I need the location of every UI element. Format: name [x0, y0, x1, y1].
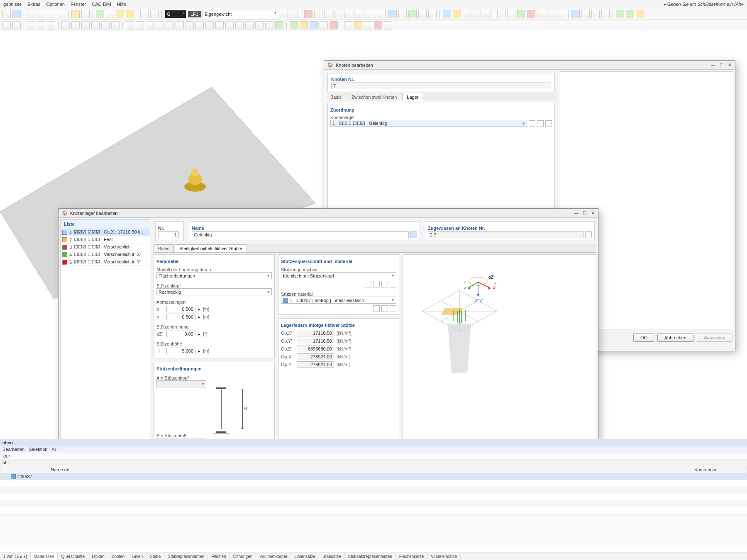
svg-text:Y': Y'	[464, 287, 467, 291]
bc-top-combo[interactable]	[156, 380, 206, 387]
app-icon: 🏠	[62, 210, 68, 216]
lib-icon[interactable]	[545, 120, 552, 127]
support-name[interactable]: Gelenkig	[192, 231, 409, 238]
node-nr-field[interactable]: 7	[331, 83, 551, 89]
toolbar-row-2	[0, 20, 747, 31]
node-tabs: Basis Zwischen zwei Knoten Lager	[326, 93, 557, 101]
bottom-tab[interactable]: Öffnungen	[230, 553, 256, 560]
bottom-tab[interactable]: Dicken	[88, 553, 108, 560]
svg-text:X': X'	[493, 286, 496, 290]
close-icon[interactable]: ✕	[728, 62, 732, 68]
support-list-item[interactable]: 5☑☐☑ ☐☐☑ | Verschieblich in Y'	[61, 258, 150, 266]
bottom-tab[interactable]: Volumenkörper	[256, 553, 291, 560]
tab-support-stiffness[interactable]: Steifigkeit mittels fiktiver Stütze	[175, 244, 247, 252]
height-input[interactable]: 5.000	[166, 348, 195, 354]
assigned-nodes[interactable]: 2,7	[428, 231, 583, 238]
support-list-item[interactable]: 4☐☑☑ ☐☐☑ | Verschieblich in X'	[61, 251, 150, 258]
svg-marker-22	[476, 294, 480, 297]
record-nav[interactable]: 1 von 15 ▸ ▸|	[0, 553, 31, 560]
pick-icon[interactable]	[585, 231, 592, 238]
bottom-tab[interactable]: Liniensätze	[291, 553, 320, 560]
keyword-search-hint[interactable]: ▸ Geben Sie ein Schlüsselwort ein (Alt+	[664, 2, 744, 7]
head-combo[interactable]: Rechteckig	[156, 288, 272, 295]
bottom-tab[interactable]: Flächensätze	[396, 553, 427, 560]
svg-marker-9	[441, 308, 463, 315]
bottom-tab[interactable]: Stäbe	[146, 553, 164, 560]
support-list-item[interactable]: 2☑☑☑ ☑☑☑ | Fest	[61, 236, 150, 243]
bottom-tabs: 1 von 15 ▸ ▸| MaterialienQuerschnitteDic…	[0, 553, 747, 560]
lf-combo[interactable]: Eigengewicht	[203, 10, 278, 18]
svg-marker-16	[449, 369, 470, 373]
minimize-icon[interactable]: —	[711, 62, 715, 68]
tab-between[interactable]: Zwischen zwei Knoten	[347, 93, 401, 101]
tab-basis[interactable]: Basis	[326, 93, 346, 101]
support-preview[interactable]: X' Y' Z=Z' αZ' X Y	[405, 265, 513, 373]
delete-icon[interactable]	[374, 21, 382, 29]
cs-combo[interactable]: Identisch mit Stützenkopf	[281, 272, 396, 279]
bottom-tab[interactable]: Linien	[128, 553, 146, 560]
support-list-item[interactable]: 3☐☐☑ ☐☐☑ | Verschieblich	[61, 243, 150, 251]
app-icon: 🏠	[327, 62, 333, 68]
svg-text:Y: Y	[464, 280, 466, 285]
bottom-tab[interactable]: Querschnitte	[58, 553, 88, 560]
model-combo[interactable]: Flächenbettungen	[156, 272, 272, 279]
minimize-icon[interactable]: —	[574, 210, 579, 216]
rot-input[interactable]: 0.00	[166, 331, 195, 337]
mat-combo[interactable]: 1 - C30/37 | Isotrop | Linear elastisch	[281, 297, 396, 304]
bottom-tab[interactable]: Materialien	[31, 553, 58, 560]
dlg-node-title: Knoten bearbeiten	[336, 63, 373, 68]
bottom-tab[interactable]: Stabsätze	[319, 553, 344, 560]
svg-point-3	[191, 169, 199, 176]
tab-support-basis[interactable]: Basis	[154, 244, 174, 252]
h-input[interactable]: 0.500	[166, 314, 195, 320]
svg-text:αZ': αZ'	[488, 275, 494, 280]
svg-marker-15	[448, 324, 471, 369]
lib-icon[interactable]	[373, 305, 380, 312]
support-nr[interactable]: 1	[158, 231, 179, 238]
data-grid[interactable]: alien BearbeitenSelektionAr ktur al Name…	[0, 439, 747, 547]
lib-icon[interactable]	[365, 281, 371, 287]
b-input[interactable]: 0.500	[166, 306, 195, 312]
lf-badge[interactable]: LF1	[188, 11, 201, 17]
bottom-tab[interactable]: Stabsatzrepräsentanten	[345, 553, 396, 560]
maximize-icon[interactable]: ☐	[583, 210, 587, 216]
edit-list-icon[interactable]	[537, 120, 544, 127]
node-cancel[interactable]: Abbrechen	[657, 334, 693, 342]
node-apply: Anwenden	[697, 334, 732, 342]
info-icon[interactable]	[390, 281, 396, 287]
bottom-tab[interactable]: Volumensätze	[427, 553, 461, 560]
tab-lager[interactable]: Lager	[402, 93, 423, 101]
main-menubar[interactable]: gebnisse Extras Optionen Fenster CAD-BIM…	[0, 0, 747, 9]
tool-icon[interactable]	[2, 10, 11, 18]
dlg-support-title: Knotenlager bearbeiten	[70, 211, 117, 216]
column-diagram: H	[210, 387, 235, 433]
rename-icon[interactable]	[410, 231, 417, 238]
nodal-support-combo[interactable]: 1 - ☑☑☑ ☐☐☑ | Gelenkig	[330, 120, 527, 127]
lf-group[interactable]: G	[165, 10, 186, 18]
toolbar-row-1: G LF1 Eigengewicht	[0, 9, 747, 20]
svg-text:X: X	[494, 281, 497, 286]
svg-text:Z=Z': Z=Z'	[475, 298, 483, 303]
close-icon[interactable]: ✕	[591, 210, 595, 216]
bottom-tab[interactable]: Stabrepräsentanten	[164, 553, 208, 560]
support-list-item[interactable]: 1☑☑☑ ☑☑☑ | Cu,X : 17110.50 kN/m	[61, 229, 150, 236]
maximize-icon[interactable]: ☐	[720, 62, 724, 68]
bottom-tab[interactable]: Knoten	[108, 553, 129, 560]
node-ok[interactable]: OK	[633, 334, 654, 342]
new-icon[interactable]	[529, 120, 535, 127]
bottom-tab[interactable]: Flächen	[208, 553, 230, 560]
